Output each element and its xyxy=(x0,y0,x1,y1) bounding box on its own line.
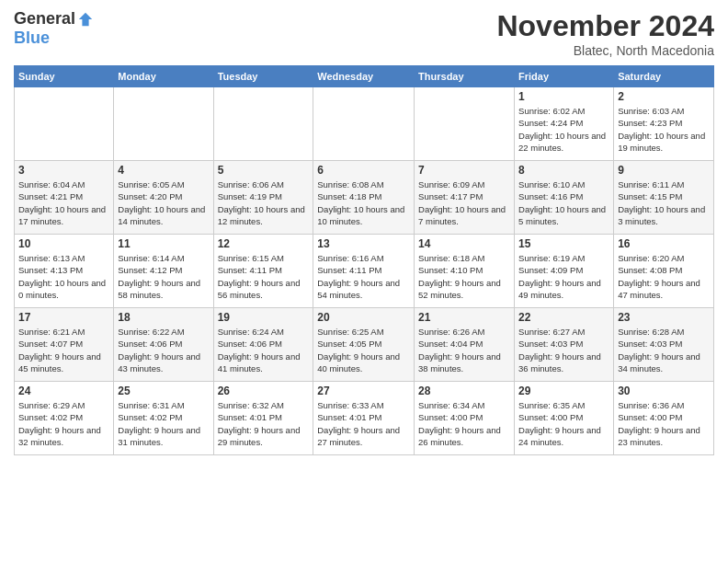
calendar-cell: 14Sunrise: 6:18 AM Sunset: 4:10 PM Dayli… xyxy=(415,235,515,308)
calendar-week-1: 1Sunrise: 6:02 AM Sunset: 4:24 PM Daylig… xyxy=(15,87,714,161)
location: Blatec, North Macedonia xyxy=(496,43,714,58)
col-friday: Friday xyxy=(515,66,614,87)
day-number: 4 xyxy=(118,164,209,177)
col-tuesday: Tuesday xyxy=(213,66,313,87)
day-info: Sunrise: 6:19 AM Sunset: 4:09 PM Dayligh… xyxy=(518,252,609,301)
calendar-cell: 24Sunrise: 6:29 AM Sunset: 4:02 PM Dayli… xyxy=(15,382,114,455)
col-thursday: Thursday xyxy=(415,66,515,87)
calendar-cell: 2Sunrise: 6:03 AM Sunset: 4:23 PM Daylig… xyxy=(614,87,714,161)
calendar-cell: 20Sunrise: 6:25 AM Sunset: 4:05 PM Dayli… xyxy=(313,308,415,382)
calendar-cell: 25Sunrise: 6:31 AM Sunset: 4:02 PM Dayli… xyxy=(114,382,213,455)
day-info: Sunrise: 6:16 AM Sunset: 4:11 PM Dayligh… xyxy=(317,252,410,301)
day-number: 25 xyxy=(118,385,209,397)
day-number: 3 xyxy=(18,164,109,177)
day-number: 26 xyxy=(218,385,310,397)
day-number: 7 xyxy=(418,164,510,177)
day-number: 14 xyxy=(418,237,510,250)
day-number: 28 xyxy=(418,385,510,397)
calendar-cell xyxy=(213,87,313,161)
page: General Blue November 2024 Blatec, North… xyxy=(0,0,728,465)
calendar-cell: 11Sunrise: 6:14 AM Sunset: 4:12 PM Dayli… xyxy=(114,235,213,308)
calendar-week-4: 17Sunrise: 6:21 AM Sunset: 4:07 PM Dayli… xyxy=(15,308,714,382)
calendar-cell xyxy=(114,87,213,161)
day-info: Sunrise: 6:03 AM Sunset: 4:23 PM Dayligh… xyxy=(618,105,710,154)
day-number: 29 xyxy=(518,385,609,397)
day-number: 17 xyxy=(18,311,109,324)
day-info: Sunrise: 6:22 AM Sunset: 4:06 PM Dayligh… xyxy=(118,326,209,374)
day-number: 18 xyxy=(118,311,209,324)
day-number: 2 xyxy=(618,90,710,103)
day-number: 21 xyxy=(418,311,510,324)
day-number: 15 xyxy=(518,237,609,250)
calendar-cell: 6Sunrise: 6:08 AM Sunset: 4:18 PM Daylig… xyxy=(313,161,415,235)
day-number: 19 xyxy=(218,311,310,324)
day-info: Sunrise: 6:32 AM Sunset: 4:01 PM Dayligh… xyxy=(218,399,310,448)
day-info: Sunrise: 6:02 AM Sunset: 4:24 PM Dayligh… xyxy=(518,105,609,154)
calendar-cell: 9Sunrise: 6:11 AM Sunset: 4:15 PM Daylig… xyxy=(614,161,714,235)
header: General Blue November 2024 Blatec, North… xyxy=(14,9,714,58)
calendar-cell: 22Sunrise: 6:27 AM Sunset: 4:03 PM Dayli… xyxy=(515,308,614,382)
calendar-cell: 30Sunrise: 6:36 AM Sunset: 4:00 PM Dayli… xyxy=(614,382,714,455)
calendar-cell: 5Sunrise: 6:06 AM Sunset: 4:19 PM Daylig… xyxy=(213,161,313,235)
calendar-cell xyxy=(415,87,515,161)
calendar-table: Sunday Monday Tuesday Wednesday Thursday… xyxy=(14,65,714,455)
day-number: 12 xyxy=(218,237,310,250)
day-info: Sunrise: 6:10 AM Sunset: 4:16 PM Dayligh… xyxy=(518,178,609,227)
calendar-cell: 21Sunrise: 6:26 AM Sunset: 4:04 PM Dayli… xyxy=(415,308,515,382)
calendar-header-row: Sunday Monday Tuesday Wednesday Thursday… xyxy=(15,66,714,87)
calendar-cell: 19Sunrise: 6:24 AM Sunset: 4:06 PM Dayli… xyxy=(213,308,313,382)
day-info: Sunrise: 6:11 AM Sunset: 4:15 PM Dayligh… xyxy=(618,178,710,227)
calendar-cell: 16Sunrise: 6:20 AM Sunset: 4:08 PM Dayli… xyxy=(614,235,714,308)
calendar-week-5: 24Sunrise: 6:29 AM Sunset: 4:02 PM Dayli… xyxy=(15,382,714,455)
calendar-cell: 27Sunrise: 6:33 AM Sunset: 4:01 PM Dayli… xyxy=(313,382,415,455)
col-sunday: Sunday xyxy=(15,66,114,87)
day-info: Sunrise: 6:25 AM Sunset: 4:05 PM Dayligh… xyxy=(317,326,410,374)
svg-marker-0 xyxy=(79,12,92,25)
col-saturday: Saturday xyxy=(614,66,714,87)
day-info: Sunrise: 6:09 AM Sunset: 4:17 PM Dayligh… xyxy=(418,178,510,227)
calendar-cell: 10Sunrise: 6:13 AM Sunset: 4:13 PM Dayli… xyxy=(15,235,114,308)
calendar-cell: 3Sunrise: 6:04 AM Sunset: 4:21 PM Daylig… xyxy=(15,161,114,235)
day-number: 23 xyxy=(618,311,710,324)
day-info: Sunrise: 6:08 AM Sunset: 4:18 PM Dayligh… xyxy=(317,178,410,227)
day-number: 27 xyxy=(317,385,410,397)
day-number: 22 xyxy=(518,311,609,324)
calendar-cell: 23Sunrise: 6:28 AM Sunset: 4:03 PM Dayli… xyxy=(614,308,714,382)
day-info: Sunrise: 6:13 AM Sunset: 4:13 PM Dayligh… xyxy=(18,252,109,301)
calendar-week-3: 10Sunrise: 6:13 AM Sunset: 4:13 PM Dayli… xyxy=(15,235,714,308)
calendar-cell: 18Sunrise: 6:22 AM Sunset: 4:06 PM Dayli… xyxy=(114,308,213,382)
calendar-cell: 26Sunrise: 6:32 AM Sunset: 4:01 PM Dayli… xyxy=(213,382,313,455)
calendar-cell xyxy=(313,87,415,161)
day-info: Sunrise: 6:28 AM Sunset: 4:03 PM Dayligh… xyxy=(618,326,710,374)
day-number: 24 xyxy=(18,385,109,397)
col-wednesday: Wednesday xyxy=(313,66,415,87)
day-number: 20 xyxy=(317,311,410,324)
day-number: 1 xyxy=(518,90,609,103)
day-info: Sunrise: 6:27 AM Sunset: 4:03 PM Dayligh… xyxy=(518,326,609,374)
col-monday: Monday xyxy=(114,66,213,87)
day-number: 5 xyxy=(218,164,310,177)
calendar-cell: 15Sunrise: 6:19 AM Sunset: 4:09 PM Dayli… xyxy=(515,235,614,308)
logo-icon xyxy=(77,11,94,28)
day-number: 30 xyxy=(618,385,710,397)
day-info: Sunrise: 6:33 AM Sunset: 4:01 PM Dayligh… xyxy=(317,399,410,448)
day-info: Sunrise: 6:05 AM Sunset: 4:20 PM Dayligh… xyxy=(118,178,209,227)
calendar-cell: 1Sunrise: 6:02 AM Sunset: 4:24 PM Daylig… xyxy=(515,87,614,161)
calendar-cell: 12Sunrise: 6:15 AM Sunset: 4:11 PM Dayli… xyxy=(213,235,313,308)
day-info: Sunrise: 6:18 AM Sunset: 4:10 PM Dayligh… xyxy=(418,252,510,301)
day-number: 9 xyxy=(618,164,710,177)
calendar-cell: 17Sunrise: 6:21 AM Sunset: 4:07 PM Dayli… xyxy=(15,308,114,382)
calendar-cell: 13Sunrise: 6:16 AM Sunset: 4:11 PM Dayli… xyxy=(313,235,415,308)
calendar-week-2: 3Sunrise: 6:04 AM Sunset: 4:21 PM Daylig… xyxy=(15,161,714,235)
day-info: Sunrise: 6:26 AM Sunset: 4:04 PM Dayligh… xyxy=(418,326,510,374)
day-number: 16 xyxy=(618,237,710,250)
day-number: 10 xyxy=(18,237,109,250)
day-info: Sunrise: 6:21 AM Sunset: 4:07 PM Dayligh… xyxy=(18,326,109,374)
day-info: Sunrise: 6:06 AM Sunset: 4:19 PM Dayligh… xyxy=(218,178,310,227)
day-info: Sunrise: 6:34 AM Sunset: 4:00 PM Dayligh… xyxy=(418,399,510,448)
day-info: Sunrise: 6:20 AM Sunset: 4:08 PM Dayligh… xyxy=(618,252,710,301)
logo-blue-text: Blue xyxy=(14,29,50,48)
day-info: Sunrise: 6:31 AM Sunset: 4:02 PM Dayligh… xyxy=(118,399,209,448)
calendar-cell: 28Sunrise: 6:34 AM Sunset: 4:00 PM Dayli… xyxy=(415,382,515,455)
calendar-cell: 4Sunrise: 6:05 AM Sunset: 4:20 PM Daylig… xyxy=(114,161,213,235)
